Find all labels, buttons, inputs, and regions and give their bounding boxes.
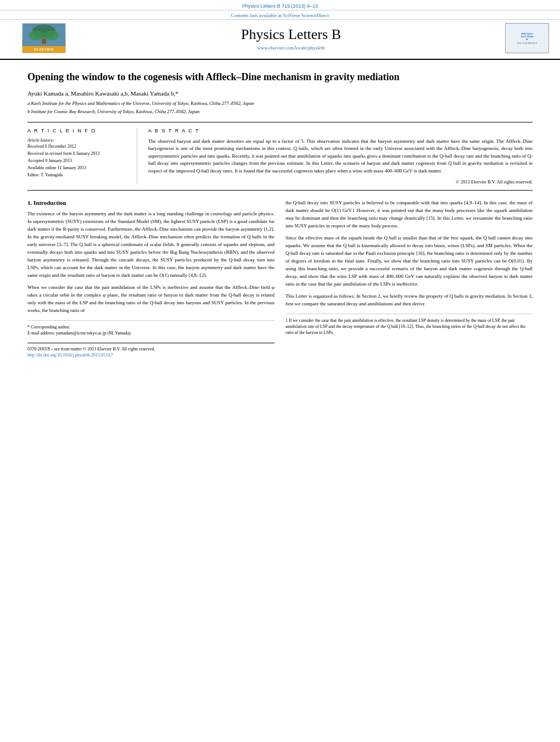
journal-title: Physics Letters B — [77, 26, 505, 43]
journal-website: www.elsevier.com/locate/physletb — [77, 45, 505, 51]
body-columns: 1. Introduction The existence of the bar… — [27, 199, 533, 358]
elsevier-logo-image: ELSEVIER — [22, 23, 66, 53]
svg-rect-4 — [42, 38, 46, 44]
right-paragraph1: the Q-ball decay into SUSY particles is … — [285, 199, 533, 230]
article-info-header: A R T I C L E I N F O — [27, 128, 129, 133]
intro-paragraph2: When we consider the case that the pair … — [27, 284, 275, 315]
page-container: Physics Letters B 719 (2013) 9–13 Conten… — [0, 0, 560, 742]
abstract-section: A B S T R A C T The observed baryon and … — [148, 128, 533, 185]
intro-paragraph1: The existence of the baryon asymmetry an… — [27, 210, 275, 279]
svg-point-3 — [44, 31, 59, 41]
corresponding-author: * Corresponding author. — [27, 324, 275, 330]
affiliation-a: a Kavli Institute for the Physics and Ma… — [27, 100, 533, 107]
abstract-header: A B S T R A C T — [148, 128, 533, 133]
journal-title-center: Physics Letters B www.elsevier.com/locat… — [77, 26, 505, 51]
elsevier-tree-icon — [23, 24, 65, 46]
accepted-date: Accepted 9 January 2013 — [27, 158, 129, 163]
journal-right-logo: PHYSICSLETTERSB NUCLEAR PHYSICS — [505, 23, 549, 53]
footer-doi: http://dx.doi.org/10.1016/j.physletb.201… — [27, 353, 275, 358]
contents-available-text: Contents lists available at SciVerse Sci… — [231, 13, 329, 18]
footer-issn: 0370-2693/$ – see front matter © 2013 El… — [27, 347, 275, 352]
page-ref-text: Physics Letters B 719 (2013) 9–13 — [242, 3, 318, 9]
affiliations: a Kavli Institute for the Physics and Ma… — [27, 100, 533, 115]
right-column: the Q-ball decay into SUSY particles is … — [285, 199, 533, 358]
elsevier-label: ELSEVIER — [23, 46, 65, 53]
revised-date: Received in revised form 8 January 2013 — [27, 151, 129, 156]
left-column: 1. Introduction The existence of the bar… — [27, 199, 275, 358]
sciverse-bar: Contents lists available at SciVerse Sci… — [0, 10, 560, 20]
section-number: 1. — [27, 199, 32, 206]
right-paragraph2: Since the effective mass of the squark i… — [285, 235, 533, 288]
svg-point-2 — [29, 31, 44, 41]
page-reference: Physics Letters B 719 (2013) 9–13 — [0, 0, 560, 10]
introduction-title: 1. Introduction — [27, 199, 275, 206]
email-address: E-mail address: yamadam@icrru-tokyo.ac.j… — [27, 330, 275, 336]
authors: Ayuki Kamada a, Masahiro Kawasaki a,b, M… — [27, 90, 533, 97]
footnote-section-right: 1 If we consider the case that the pair … — [285, 314, 533, 336]
journal-header: Physics Letters B 719 (2013) 9–13 Conten… — [0, 0, 560, 60]
elsevier-logo: ELSEVIER — [11, 23, 77, 53]
abstract-copyright: © 2013 Elsevier B.V. All rights reserved… — [148, 179, 533, 185]
online-date: Available online 11 January 2013 — [27, 165, 129, 170]
info-abstract-row: A R T I C L E I N F O Article history: R… — [27, 122, 533, 191]
right-logo-text: PHYSICSLETTERSB — [520, 32, 533, 41]
right-logo-subtitle: NUCLEAR PHYSICS — [517, 42, 537, 44]
footnote-section-left: * Corresponding author. E-mail address: … — [27, 320, 275, 336]
journal-logo-row: ELSEVIER Physics Letters B www.elsevier.… — [0, 20, 560, 57]
article-info: A R T I C L E I N F O Article history: R… — [27, 128, 137, 185]
article-content: Opening the window to the cogenesis with… — [0, 60, 560, 369]
history-label: Article history: — [27, 138, 129, 143]
abstract-text: The observed baryon and dark matter dens… — [148, 138, 533, 175]
section-title-text: Introduction — [33, 199, 66, 206]
affiliation-b: b Institute for Cosmic Ray Research, Uni… — [27, 108, 533, 115]
right-paragraph3: This Letter is organized as follows. In … — [285, 293, 533, 308]
article-title: Opening the window to the cogenesis with… — [27, 71, 533, 83]
authors-text: Ayuki Kamada a, Masahiro Kawasaki a,b, M… — [27, 90, 178, 97]
editor: Editor: T. Yamagida — [27, 172, 129, 177]
email-label: E-mail address: yamadam@icrru-tokyo.ac.j… — [27, 331, 132, 336]
footnote1-text: 1 If we consider the case that the pair … — [285, 317, 533, 336]
received-date: Received 6 December 2012 — [27, 144, 129, 149]
footer-bar: 0370-2693/$ – see front matter © 2013 El… — [27, 343, 275, 358]
